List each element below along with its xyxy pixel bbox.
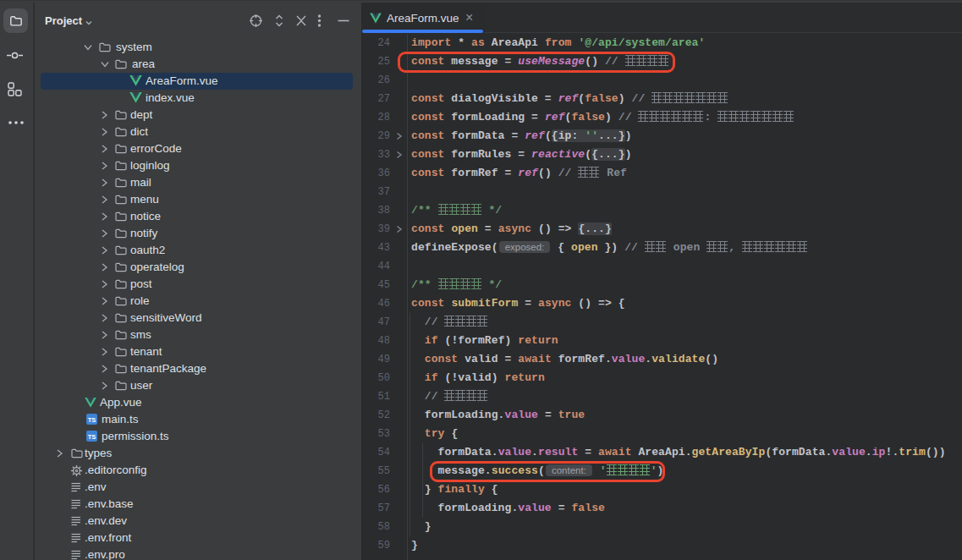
svg-text:TS: TS [88,416,96,424]
svg-text:TS: TS [88,433,96,441]
